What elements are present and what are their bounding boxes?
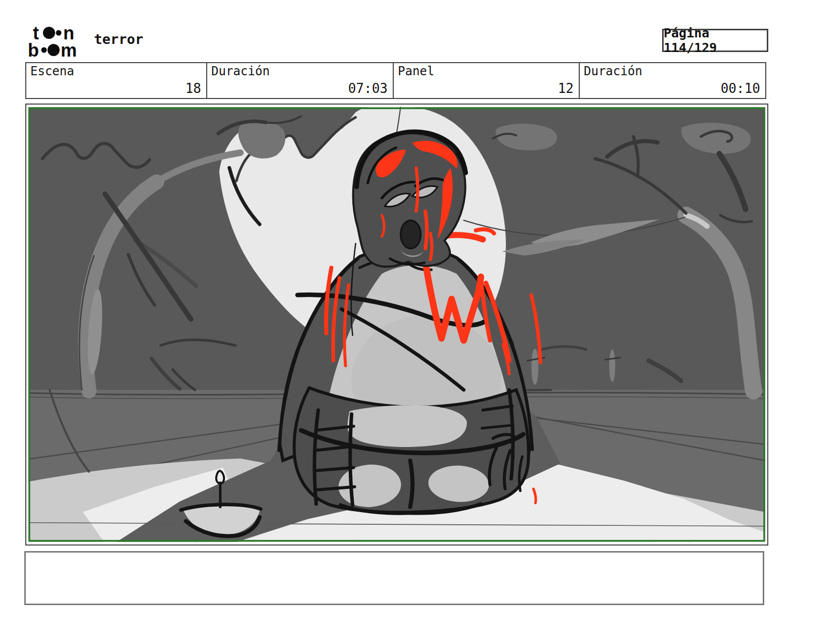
figure-head <box>353 132 466 267</box>
panel-info-bar: Escena 18 Duración 07:03 Panel 12 Duraci… <box>25 62 766 99</box>
toonboom-logo-icon: t n b m <box>28 24 87 58</box>
info-cell-scene-duration: Duración 07:03 <box>207 63 394 98</box>
scene-value: 18 <box>186 81 201 96</box>
info-cell-panel-duration: Duración 00:10 <box>580 63 765 98</box>
open-mouth <box>400 220 421 249</box>
storyboard-panel-image <box>28 107 765 542</box>
storyboard-page: t n b m terror Página 114/129 Escena 18 … <box>0 0 834 644</box>
figure-legs <box>294 388 536 513</box>
panel-value: 12 <box>558 81 574 96</box>
logo-dot-large-2 <box>48 44 60 56</box>
logo-dot-small-2 <box>41 47 47 53</box>
page-number-label: Página 114/129 <box>664 26 767 55</box>
logo-dot-large-1 <box>43 27 55 39</box>
scene-label: Escena <box>30 64 74 78</box>
info-cell-panel: Panel 12 <box>394 63 580 98</box>
scene-duration-value: 07:03 <box>348 81 388 96</box>
logo-letter-m: m <box>61 40 77 58</box>
panel-label: Panel <box>398 64 434 78</box>
panel-duration-value: 00:10 <box>721 81 760 96</box>
logo-letter-b: b <box>28 40 39 58</box>
scene-duration-label: Duración <box>211 64 270 78</box>
page-number-box: Página 114/129 <box>662 29 768 52</box>
info-cell-scene: Escena 18 <box>26 63 207 98</box>
panel-duration-label: Duración <box>584 64 642 78</box>
project-title: terror <box>94 31 144 47</box>
caption-box <box>24 551 764 605</box>
storyboard-panel-frame <box>25 104 768 546</box>
logo-dot-small-1 <box>56 30 62 36</box>
